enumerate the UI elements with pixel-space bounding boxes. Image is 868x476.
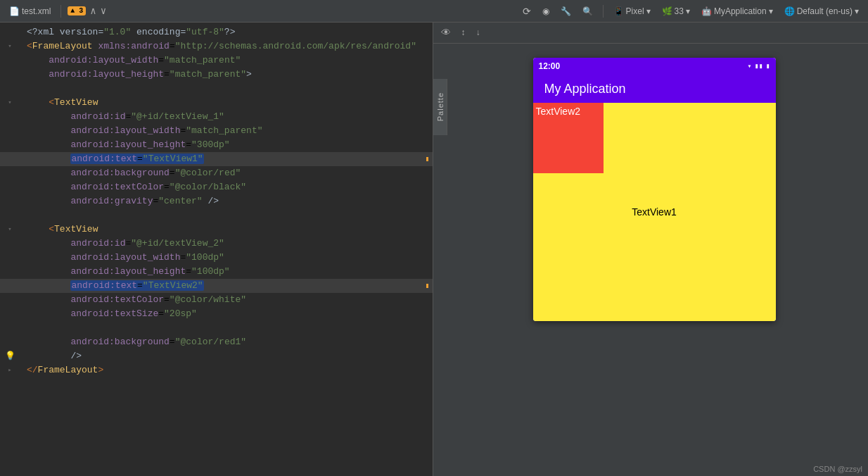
zoom-button[interactable]: 🔍 — [579, 5, 596, 18]
code-line-19: android:text="TextView2" — [0, 279, 433, 293]
collapse-icon: ∧ — [90, 5, 96, 17]
fold-triangle: ▾ — [8, 39, 11, 54]
code-content: </FrameLayout> — [27, 363, 433, 377]
tools-button[interactable]: 🔧 — [557, 5, 575, 18]
gutter: 💡 — [3, 349, 17, 363]
down-toolbar-icon[interactable]: ↓ — [473, 27, 483, 39]
code-content: android:layout_width="100dp" — [27, 251, 433, 265]
code-content: <FrameLayout xmlns:android="http://schem… — [27, 39, 433, 54]
main-content: <?xml version="1.0" encoding="utf-8"?> ▾… — [0, 23, 868, 476]
code-content: android:id="@+id/textView_2" — [27, 237, 433, 251]
gutter: ▸ — [3, 363, 17, 377]
status-time: 12:00 — [539, 61, 561, 71]
locale-selector[interactable]: 🌐 Default (en-us) ▾ — [781, 5, 862, 18]
code-content: android:textColor="@color/black" — [27, 180, 433, 194]
textview2-label: TextView2 — [536, 106, 581, 117]
globe-icon: 🌐 — [784, 6, 795, 16]
code-line-4: android:layout_height="match_parent"> — [0, 68, 433, 82]
code-line-3: android:layout_width="match_parent" — [0, 54, 433, 68]
code-content: /> — [27, 349, 433, 363]
error-indicator-2 — [426, 284, 428, 288]
preview-toolbar: 👁 ↕ ↓ — [433, 23, 868, 44]
code-line-blank1 — [0, 82, 433, 96]
code-line-12: android:textColor="@color/black" — [0, 180, 433, 194]
code-line-17: android:layout_width="100dp" — [0, 251, 433, 265]
toolbar-divider — [60, 5, 61, 18]
code-line-6: ▾ <TextView — [0, 96, 433, 110]
filename-tab[interactable]: 📄 test.xml — [6, 5, 54, 18]
arrows-toolbar-icon[interactable]: ↕ — [459, 27, 468, 39]
status-icons: ▾ ▮▮ ▮ — [747, 62, 770, 70]
refresh-button[interactable]: ⟳ — [519, 4, 535, 18]
eye-button[interactable]: ◉ — [539, 5, 553, 18]
right-panel: Palette 👁 ↕ ↓ 12:00 ▾ ▮▮ ▮ — [433, 23, 868, 476]
code-line-23: android:background="@color/red1" — [0, 335, 433, 349]
code-line-16: android:id="@+id/textView_2" — [0, 237, 433, 251]
wifi-icon: ▾ — [747, 62, 751, 70]
code-line-20: android:textColor="@color/white" — [0, 293, 433, 307]
palette-tab[interactable]: Palette — [433, 79, 447, 135]
code-line-1: <?xml version="1.0" encoding="utf-8"?> — [0, 25, 433, 39]
bulb-icon: 💡 — [5, 349, 15, 363]
code-content: android:text="TextView2" — [27, 279, 433, 293]
palette-label: Palette — [436, 92, 445, 121]
status-bar: 12:00 ▾ ▮▮ ▮ — [533, 58, 776, 75]
battery-icon: ▮ — [765, 62, 770, 70]
code-content: android:textSize="20sp" — [27, 307, 433, 321]
gutter: ▾ — [3, 96, 17, 110]
api-selector[interactable]: 🌿 33 ▾ — [658, 5, 694, 18]
code-content: android:background="@color/red" — [27, 166, 433, 180]
code-content: android:layout_height="100dp" — [27, 265, 433, 279]
phone-device: 12:00 ▾ ▮▮ ▮ My Application TextView2 — [533, 58, 776, 321]
textview1-label: TextView1 — [632, 206, 677, 218]
code-line-2: ▾ <FrameLayout xmlns:android="http://sch… — [0, 39, 433, 54]
code-content: android:layout_height="match_parent"> — [27, 68, 433, 82]
warning-badge: ▲ 3 — [68, 6, 86, 15]
gutter: ▾ — [3, 39, 17, 54]
code-content: android:background="@color/red1" — [27, 335, 433, 349]
watermark: CSDN @zzsyl — [813, 465, 862, 473]
code-editor[interactable]: <?xml version="1.0" encoding="utf-8"?> ▾… — [0, 23, 433, 476]
code-line-7: android:id="@+id/textView_1" — [0, 110, 433, 124]
fold-triangle: ▸ — [8, 363, 11, 377]
code-content: android:gravity="center" /> — [27, 194, 433, 208]
tree-icon: 🌿 — [662, 6, 672, 16]
code-line-21: android:textSize="20sp" — [0, 307, 433, 321]
toolbar-divider2 — [603, 5, 604, 18]
file-icon: 📄 — [9, 6, 20, 16]
top-toolbar: 📄 test.xml ▲ 3 ∧ ∨ ⟳ ◉ 🔧 🔍 📱 Pixel ▾ 🌿 3… — [0, 0, 868, 23]
android-icon: 🤖 — [701, 6, 712, 16]
code-content: android:layout_height="300dp" — [27, 138, 433, 152]
code-line-9: android:layout_height="300dp" — [0, 138, 433, 152]
code-content: android:id="@+id/textView_1" — [27, 110, 433, 124]
eye-toolbar-icon[interactable]: 👁 — [439, 26, 453, 40]
fold-triangle: ▾ — [8, 96, 11, 110]
phone-content: TextView2 TextView1 — [533, 103, 776, 321]
code-line-11: android:background="@color/red" — [0, 166, 433, 180]
expand-icon: ∨ — [101, 5, 106, 17]
code-line-blank2 — [0, 208, 433, 223]
code-content: <?xml version="1.0" encoding="utf-8"?> — [27, 25, 433, 39]
code-line-8: android:layout_width="match_parent" — [0, 124, 433, 138]
app-bar-title: My Application — [544, 82, 626, 96]
app-bar: My Application — [533, 75, 776, 103]
signal-icon: ▮▮ — [754, 62, 762, 70]
code-line-13: android:gravity="center" /> — [0, 194, 433, 208]
app-selector[interactable]: 🤖 MyApplication ▾ — [698, 5, 777, 18]
code-content: android:layout_width="match_parent" — [27, 124, 433, 138]
gutter: ▾ — [3, 223, 17, 237]
code-content: <TextView — [27, 96, 433, 110]
code-line-10: android:text="TextView1" — [0, 152, 433, 166]
code-lines: <?xml version="1.0" encoding="utf-8"?> ▾… — [0, 23, 433, 380]
code-line-18: android:layout_height="100dp" — [0, 265, 433, 279]
code-line-15: ▾ <TextView — [0, 223, 433, 237]
phone-icon: 📱 — [613, 6, 624, 16]
error-indicator — [426, 157, 428, 161]
preview-area: 12:00 ▾ ▮▮ ▮ My Application TextView2 — [433, 44, 868, 476]
code-content: android:textColor="@color/white" — [27, 293, 433, 307]
code-line-24: 💡 /> — [0, 349, 433, 363]
code-line-25: ▸ </FrameLayout> — [0, 363, 433, 377]
textview2-box: TextView2 — [533, 103, 604, 173]
device-selector[interactable]: 📱 Pixel ▾ — [610, 5, 654, 18]
code-content: android:text="TextView1" — [27, 152, 433, 166]
